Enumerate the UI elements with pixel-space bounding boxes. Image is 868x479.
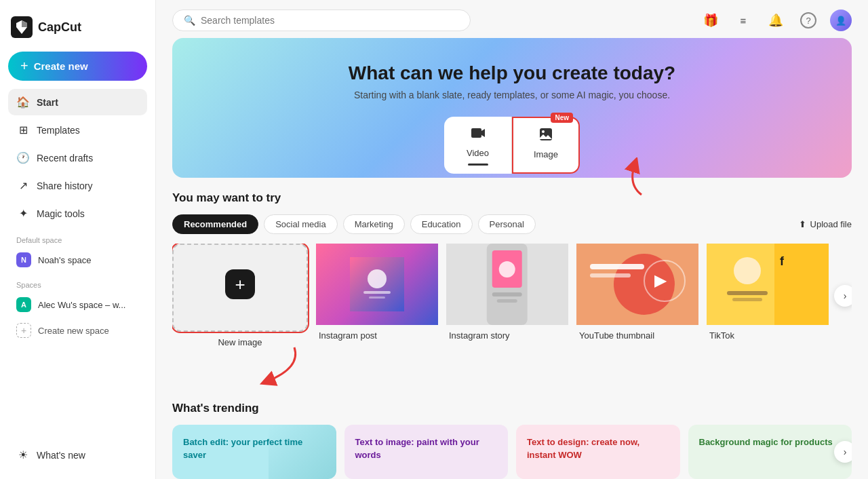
trending-title: What's trending bbox=[172, 402, 259, 415]
tiktok-label: TikTok bbox=[707, 325, 829, 343]
tiktok-thumb: f bbox=[707, 244, 829, 325]
svg-point-10 bbox=[499, 261, 515, 277]
svg-rect-23 bbox=[732, 298, 762, 301]
new-image-label: New image bbox=[218, 337, 262, 347]
sidebar: CapCut + Create new 🏠 Start ⊞ Templates … bbox=[0, 0, 156, 479]
new-image-card[interactable]: + bbox=[172, 244, 308, 332]
filter-upload-row: Recommended Social media Marketing Educa… bbox=[172, 214, 852, 234]
youtube-label: YouTube thumbnail bbox=[576, 325, 698, 343]
sidebar-item-recent-drafts[interactable]: 🕐 Recent drafts bbox=[8, 145, 147, 171]
you-may-want-section: You may want to try Recommended Social m… bbox=[156, 191, 868, 347]
help-button[interactable]: ? bbox=[797, 9, 819, 31]
filter-tab-education[interactable]: Education bbox=[410, 214, 473, 234]
sidebar-item-share-history[interactable]: ↗ Share history bbox=[8, 172, 147, 199]
sidebar-item-whats-new[interactable]: ☀ What's new bbox=[8, 442, 147, 468]
new-image-plus-icon: + bbox=[225, 269, 255, 299]
trending-card-text-to-design[interactable]: Text to design: create now, instant WOW bbox=[516, 425, 680, 479]
user-avatar[interactable]: 👤 bbox=[830, 9, 852, 31]
create-space-plus-icon: + bbox=[16, 323, 31, 338]
create-space-label: Create new space bbox=[38, 326, 109, 336]
hero-tab-video[interactable]: Video bbox=[444, 117, 512, 174]
template-grid-next-button[interactable]: › bbox=[834, 285, 852, 307]
bell-icon: 🔔 bbox=[768, 13, 783, 28]
menu-icon: ≡ bbox=[741, 15, 747, 26]
template-card-instagram-story[interactable]: Instagram story bbox=[446, 244, 568, 347]
hero-tabs: Video New Image bbox=[189, 117, 835, 174]
trending-card-text-to-image-content: Text to image: paint with your words bbox=[344, 425, 509, 472]
trending-text-image-label: Text to image: paint with your words bbox=[355, 437, 479, 460]
trending-card-background-magic[interactable]: Background magic for products bbox=[688, 425, 852, 479]
trending-card-batch-edit[interactable]: Batch edit: your perfect time saver bbox=[172, 425, 336, 479]
help-icon: ? bbox=[800, 12, 816, 28]
instagram-post-label: Instagram post bbox=[316, 325, 438, 343]
youtube-thumb-image: ▶ bbox=[576, 244, 698, 325]
sidebar-bottom: ☀ What's new bbox=[8, 442, 147, 468]
instagram-story-thumb bbox=[446, 244, 568, 325]
instagram-story-image bbox=[446, 244, 568, 325]
notification-button[interactable]: 🔔 bbox=[765, 9, 787, 31]
filter-tab-social-media[interactable]: Social media bbox=[264, 214, 337, 234]
create-new-button[interactable]: + Create new bbox=[8, 52, 147, 81]
nav-items: 🏠 Start ⊞ Templates 🕐 Recent drafts ↗ Sh… bbox=[8, 89, 147, 228]
svg-rect-6 bbox=[363, 291, 391, 294]
alec-space-label: Alec Wu's space – w... bbox=[38, 300, 125, 310]
menu-button[interactable]: ≡ bbox=[732, 9, 754, 31]
user-avatar-img: 👤 bbox=[835, 16, 846, 26]
youtube-thumb: ▶ bbox=[576, 244, 698, 325]
svg-rect-1 bbox=[471, 128, 481, 138]
svg-text:f: f bbox=[780, 254, 785, 268]
search-box[interactable]: 🔍 bbox=[172, 9, 471, 31]
capcut-logo-icon bbox=[11, 16, 33, 38]
trending-header: What's trending bbox=[172, 402, 852, 415]
trending-card-text-to-design-content: Text to design: create now, instant WOW bbox=[516, 425, 680, 472]
sidebar-item-magic-tools[interactable]: ✦ Magic tools bbox=[8, 200, 147, 227]
home-icon: 🏠 bbox=[16, 96, 30, 109]
sidebar-item-recent-drafts-label: Recent drafts bbox=[37, 153, 93, 164]
gift-button[interactable]: 🎁 bbox=[700, 9, 722, 31]
instagram-post-image bbox=[316, 244, 438, 325]
trending-card-text-to-image[interactable]: Text to image: paint with your words bbox=[344, 425, 509, 479]
template-card-tiktok[interactable]: f TikTok bbox=[707, 244, 829, 347]
search-input[interactable] bbox=[201, 15, 459, 26]
hero-banner: What can we help you create today? Start… bbox=[172, 38, 852, 178]
sidebar-item-start[interactable]: 🏠 Start bbox=[8, 89, 147, 115]
create-new-space-item[interactable]: + Create new space bbox=[8, 318, 147, 343]
video-tab-label: Video bbox=[467, 148, 489, 158]
trending-card-background-magic-content: Background magic for products bbox=[688, 425, 852, 459]
svg-rect-11 bbox=[492, 292, 522, 296]
hero-tab-image[interactable]: New Image bbox=[512, 117, 580, 174]
upload-label: Upload file bbox=[810, 219, 852, 229]
alec-space-item[interactable]: A Alec Wu's space – w... bbox=[8, 292, 147, 318]
template-grid: + New image Instagram post bbox=[172, 244, 852, 347]
create-new-label: Create new bbox=[34, 60, 88, 72]
template-card-instagram-post[interactable]: Instagram post bbox=[316, 244, 438, 347]
sidebar-item-templates-label: Templates bbox=[37, 125, 80, 136]
video-tab-underline bbox=[468, 164, 488, 166]
instagram-story-label: Instagram story bbox=[446, 325, 568, 343]
filter-tab-personal[interactable]: Personal bbox=[478, 214, 536, 234]
share-icon: ↗ bbox=[16, 179, 30, 192]
template-card-youtube[interactable]: ▶ YouTube thumbnail bbox=[576, 244, 698, 347]
trending-next-button[interactable]: › bbox=[834, 441, 852, 463]
filter-tab-recommended[interactable]: Recommended bbox=[172, 214, 258, 234]
noahs-space-label: Noah's space bbox=[38, 255, 91, 265]
image-tab-label: Image bbox=[534, 149, 558, 159]
gift-icon: 🎁 bbox=[703, 13, 718, 28]
noahs-space-avatar: N bbox=[16, 252, 31, 267]
noahs-space-item[interactable]: N Noah's space bbox=[8, 247, 147, 273]
clock-icon: 🕐 bbox=[16, 151, 30, 164]
sidebar-item-templates[interactable]: ⊞ Templates bbox=[8, 117, 147, 143]
app-name: CapCut bbox=[38, 20, 81, 35]
video-tab-icon bbox=[470, 125, 486, 145]
svg-rect-7 bbox=[369, 296, 385, 299]
upload-file-button[interactable]: ⬆ Upload file bbox=[799, 219, 852, 229]
trending-card-batch-edit-content: Batch edit: your perfect time saver bbox=[172, 425, 336, 472]
instagram-post-thumb bbox=[316, 244, 438, 325]
filter-tab-marketing[interactable]: Marketing bbox=[343, 214, 405, 234]
upload-icon: ⬆ bbox=[799, 219, 806, 229]
tiktok-image: f bbox=[707, 244, 829, 325]
arrow-to-new-image bbox=[254, 341, 308, 388]
svg-rect-22 bbox=[727, 291, 768, 295]
sidebar-item-start-label: Start bbox=[37, 97, 58, 108]
trending-bg-magic-label: Background magic for products bbox=[699, 437, 833, 447]
